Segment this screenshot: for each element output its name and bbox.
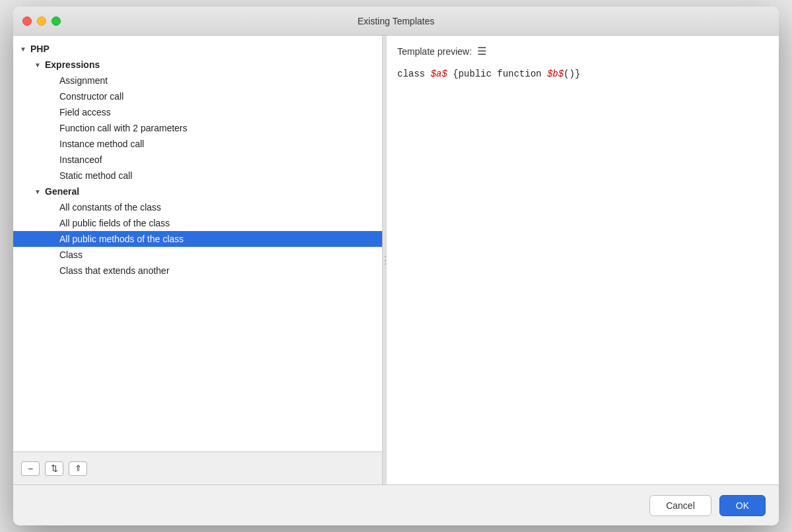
code-line-1: class $a$ {public function $b$()} xyxy=(397,67,768,81)
field-access-label: Field access xyxy=(59,107,111,117)
minimize-button[interactable] xyxy=(37,17,46,26)
ok-button[interactable]: OK xyxy=(719,495,766,516)
footer: Cancel OK xyxy=(13,484,779,525)
arrow-instance-method xyxy=(48,139,57,149)
arrow-expressions: ▼ xyxy=(33,60,42,69)
code-suffix: ()} xyxy=(564,69,580,79)
left-panel: ▼ PHP ▼ Expressions Assignment Construct… xyxy=(13,36,383,484)
all-public-methods-label: All public methods of the class xyxy=(59,234,183,244)
class-label: Class xyxy=(59,249,82,260)
general-label: General xyxy=(45,186,79,197)
instance-method-call-label: Instance method call xyxy=(59,139,144,149)
tree-item-php[interactable]: ▼ PHP xyxy=(13,41,382,57)
close-button[interactable] xyxy=(22,17,32,26)
tree-item-constructor-call[interactable]: Constructor call xyxy=(13,88,382,104)
dialog-window: Existing Templates ▼ PHP ▼ Expressions xyxy=(13,7,779,525)
titlebar: Existing Templates xyxy=(13,7,779,36)
tree-item-class-extends[interactable]: Class that extends another xyxy=(13,263,382,279)
all-public-fields-label: All public fields of the class xyxy=(59,218,170,228)
tree-item-general[interactable]: ▼ General xyxy=(13,183,382,199)
template-tree: ▼ PHP ▼ Expressions Assignment Construct… xyxy=(13,36,382,451)
tree-item-field-access[interactable]: Field access xyxy=(13,104,382,120)
arrow-static-method xyxy=(48,171,57,180)
tree-item-instance-method-call[interactable]: Instance method call xyxy=(13,136,382,152)
tree-item-function-call[interactable]: Function call with 2 parameters xyxy=(13,120,382,136)
static-method-call-label: Static method call xyxy=(59,170,133,181)
tree-item-class[interactable]: Class xyxy=(13,247,382,263)
tree-item-static-method-call[interactable]: Static method call xyxy=(13,168,382,183)
tree-item-all-constants[interactable]: All constants of the class xyxy=(13,199,382,215)
cancel-button[interactable]: Cancel xyxy=(649,495,711,516)
code-var-a: $a$ xyxy=(430,69,447,79)
tree-item-expressions[interactable]: ▼ Expressions xyxy=(13,57,382,73)
traffic-lights xyxy=(22,17,61,26)
code-preview: class $a$ {public function $b$()} xyxy=(397,64,768,475)
arrow-constructor xyxy=(48,92,57,101)
bottom-toolbar: − ⇅ ⇑ xyxy=(13,451,382,484)
assignment-label: Assignment xyxy=(59,75,108,86)
code-var-b: $b$ xyxy=(547,69,564,79)
main-content: ▼ PHP ▼ Expressions Assignment Construct… xyxy=(13,36,779,484)
code-middle: {public function xyxy=(447,69,547,79)
function-call-label: Function call with 2 parameters xyxy=(59,123,187,133)
move-up-button[interactable]: ⇅ xyxy=(45,461,63,476)
constructor-call-label: Constructor call xyxy=(59,91,123,102)
arrow-class-extends xyxy=(48,266,57,275)
arrow-function-call xyxy=(48,123,57,133)
tree-item-assignment[interactable]: Assignment xyxy=(13,73,382,88)
move-top-button[interactable]: ⇑ xyxy=(69,461,87,476)
remove-button[interactable]: − xyxy=(21,461,40,476)
arrow-field-access xyxy=(48,108,57,117)
class-extends-label: Class that extends another xyxy=(59,265,170,276)
window-title: Existing Templates xyxy=(358,16,434,26)
maximize-button[interactable] xyxy=(51,17,61,26)
php-label: PHP xyxy=(30,44,50,54)
right-panel: Template preview: ☰ class $a$ {public fu… xyxy=(387,36,779,484)
arrow-general: ▼ xyxy=(33,187,42,196)
code-class-keyword: class xyxy=(397,69,430,79)
instanceof-label: Instanceof xyxy=(59,154,102,165)
tree-item-instanceof[interactable]: Instanceof xyxy=(13,152,382,168)
arrow-all-public-methods xyxy=(48,234,57,244)
arrow-class xyxy=(48,250,57,259)
arrow-all-public-fields xyxy=(48,218,57,228)
tree-item-all-public-methods[interactable]: All public methods of the class xyxy=(13,231,382,247)
arrow-php: ▼ xyxy=(18,44,28,53)
arrow-instanceof xyxy=(48,155,57,164)
preview-header: Template preview: ☰ xyxy=(397,45,768,57)
tree-item-all-public-fields[interactable]: All public fields of the class xyxy=(13,215,382,231)
arrow-assignment xyxy=(48,76,57,85)
expressions-label: Expressions xyxy=(45,59,100,70)
preview-label: Template preview: xyxy=(397,46,472,57)
arrow-all-constants xyxy=(48,203,57,212)
hamburger-icon[interactable]: ☰ xyxy=(477,45,486,57)
all-constants-label: All constants of the class xyxy=(59,202,161,213)
